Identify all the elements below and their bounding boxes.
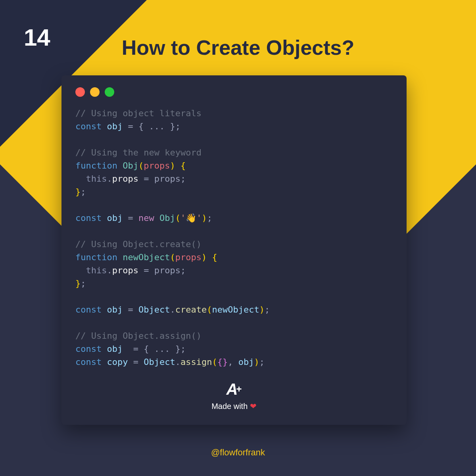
- code-new: new: [138, 213, 154, 223]
- code-punct: = props;: [138, 265, 186, 275]
- logo-letter: A: [226, 380, 237, 398]
- made-with-text: Made with ❤: [75, 401, 393, 411]
- page-title: How to Create Objects?: [0, 36, 476, 60]
- page-number: 14: [24, 24, 50, 51]
- code-keyword: const: [75, 344, 102, 354]
- social-handle: @flowforfrank: [0, 447, 476, 458]
- minimize-icon: [90, 87, 100, 97]
- close-icon: [75, 87, 85, 97]
- code-comment: // Using the new keyword: [75, 148, 202, 157]
- code-builtin: Object: [144, 357, 175, 367]
- heart-icon: ❤: [250, 402, 257, 411]
- code-comment: // Using object literals: [75, 108, 202, 118]
- code-keyword: function: [75, 161, 117, 171]
- made-with-label: Made with: [211, 402, 248, 411]
- logo-plus: +: [236, 384, 242, 394]
- code-keyword: function: [75, 252, 117, 262]
- code-var: obj: [107, 213, 123, 223]
- code-func: Obj: [159, 213, 175, 223]
- code-string: '👋': [180, 213, 202, 223]
- code-var: obj: [238, 357, 254, 367]
- code-punct: = { ... };: [123, 121, 180, 131]
- code-var: newObject: [212, 305, 259, 315]
- code-param: props: [144, 161, 170, 171]
- footer-logo: A+ Made with ❤: [75, 380, 393, 411]
- code-prop: props: [112, 265, 138, 275]
- code-this: this: [86, 174, 107, 184]
- code-comment: // Using Object.assign(): [75, 331, 202, 341]
- code-builtin: Object: [138, 305, 170, 315]
- code-func: newObject: [123, 252, 170, 262]
- code-this: this: [86, 265, 107, 275]
- code-param: props: [175, 252, 202, 262]
- code-var: obj: [107, 344, 123, 354]
- maximize-icon: [105, 87, 114, 97]
- code-var: copy: [107, 357, 128, 367]
- code-prop: props: [112, 174, 138, 184]
- code-punct: = props;: [138, 174, 186, 184]
- code-funcname: create: [175, 305, 207, 315]
- code-keyword: const: [75, 213, 102, 223]
- code-punct: = { ... };: [123, 344, 186, 354]
- code-block: // Using object literals const obj = { .…: [75, 107, 393, 369]
- code-var: obj: [107, 121, 123, 131]
- code-keyword: const: [75, 357, 102, 367]
- code-funcname: assign: [180, 357, 212, 367]
- code-var: obj: [107, 305, 123, 315]
- window-controls: [75, 87, 393, 97]
- code-keyword: const: [75, 305, 102, 315]
- code-comment: // Using Object.create(): [75, 239, 202, 249]
- code-keyword: const: [75, 121, 102, 131]
- code-card: // Using object literals const obj = { .…: [61, 75, 407, 425]
- code-func: Obj: [123, 161, 138, 171]
